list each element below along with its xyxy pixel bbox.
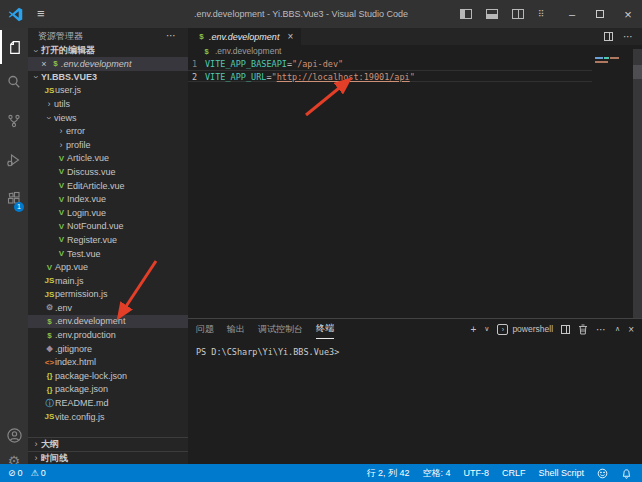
panel-tab-终端[interactable]: 终端 [316, 320, 334, 339]
panel-maximize-icon[interactable]: ∧ [615, 325, 620, 333]
status-item[interactable]: Shell Script [538, 468, 584, 478]
code-line-1[interactable]: 1VITE_APP_BASEAPI="/api-dev" [188, 58, 592, 70]
status-item[interactable]: 行 2, 列 42 [366, 467, 409, 480]
js-file-icon: JS [44, 290, 55, 299]
tab-close-icon[interactable]: × [287, 31, 293, 42]
customize-layout-icon[interactable]: ⠿ [538, 8, 551, 20]
vue-file-icon: V [56, 195, 67, 204]
tab-env-development[interactable]: $ .env.development × [188, 28, 301, 45]
code-text: VITE_APP_URL="http://localhost:19001/api… [205, 71, 415, 81]
status-item[interactable]: UTF-8 [463, 468, 489, 478]
panel-close-icon[interactable]: × [628, 324, 634, 335]
status-problems[interactable]: ⊘0⚠0 [0, 468, 46, 478]
status-item[interactable]: 空格: 4 [422, 467, 450, 480]
maximize-button[interactable] [586, 0, 614, 28]
tree-item-vite-config-js[interactable]: JSvite.config.js [28, 410, 188, 424]
explorer-sidebar: 资源管理器 ⋯ › 打开的编辑器 × $ .env.development › … [28, 28, 188, 464]
breadcrumb[interactable]: $ .env.development [188, 45, 642, 57]
toggle-panel-icon[interactable] [486, 9, 498, 19]
run-debug-icon[interactable] [0, 143, 28, 177]
tree-item-app-vue[interactable]: VApp.vue [28, 260, 188, 274]
code-area[interactable]: 1VITE_APP_BASEAPI="/api-dev"2VITE_APP_UR… [188, 57, 642, 318]
notifications-bell-icon[interactable] [621, 468, 632, 479]
tree-item--env[interactable]: ⚙.env [28, 301, 188, 315]
tree-item-label: Test.vue [67, 249, 101, 259]
close-button[interactable]: × [614, 0, 642, 28]
vue-file-icon: V [56, 222, 67, 231]
feedback-smiley-icon[interactable] [597, 468, 608, 479]
tree-item-label: NotFound.vue [67, 221, 124, 231]
html-file-icon: <> [44, 358, 55, 367]
tree-item-article-vue[interactable]: VArticle.vue [28, 152, 188, 166]
tree-item-utils[interactable]: ›utils [28, 97, 188, 111]
tree-item-notfound-vue[interactable]: VNotFound.vue [28, 220, 188, 234]
tree-item-discuss-vue[interactable]: VDiscuss.vue [28, 165, 188, 179]
tree-item-label: profile [66, 140, 91, 150]
code-line-2[interactable]: 2VITE_APP_URL="http://localhost:19001/ap… [188, 70, 592, 82]
timeline-section-header[interactable]: › 时间线 [28, 451, 188, 464]
tree-item-label: .env.development [55, 316, 125, 326]
menu-hamburger-icon[interactable]: ≡ [37, 0, 45, 28]
error-circle[interactable]: ⊘0 [8, 468, 23, 478]
terminal-dropdown-icon[interactable]: ∨ [484, 325, 489, 333]
tree-item-label: error [66, 126, 85, 136]
project-section-header[interactable]: › YI.BBS.VUE3 [28, 71, 188, 84]
tree-item-index-vue[interactable]: VIndex.vue [28, 192, 188, 206]
search-icon[interactable] [0, 65, 28, 99]
tree-item-index-html[interactable]: <>index.html [28, 355, 188, 369]
powershell-label[interactable]: powershell [512, 324, 553, 334]
minimap-slider[interactable] [633, 65, 642, 79]
extensions-icon[interactable]: 1 [0, 182, 28, 216]
source-control-icon[interactable] [0, 104, 28, 138]
toggle-sidebar-icon[interactable] [460, 9, 472, 19]
minimap-scrollbar[interactable] [633, 49, 642, 319]
outline-section-header[interactable]: › 大纲 [28, 437, 188, 450]
tree-item-label: vite.config.js [55, 412, 105, 422]
powershell-icon[interactable]: › [497, 324, 508, 335]
tree-item-permission-js[interactable]: JSpermission.js [28, 288, 188, 302]
panel-more-actions-icon[interactable]: ⋯ [596, 324, 607, 335]
panel-tab-调试控制台[interactable]: 调试控制台 [258, 319, 303, 339]
url-link[interactable]: http://localhost:19001/api [277, 72, 410, 82]
open-editor-item-env-development[interactable]: × $ .env.development [28, 57, 188, 71]
tree-item-main-js[interactable]: JSmain.js [28, 274, 188, 288]
tree-item--env-development[interactable]: $.env.development [28, 315, 188, 329]
tree-item-views[interactable]: ›views [28, 111, 188, 125]
tree-item-editarticle-vue[interactable]: VEditArticle.vue [28, 179, 188, 193]
tree-item-error[interactable]: ›error [28, 124, 188, 138]
tree-item--gitignore[interactable]: ◆.gitignore [28, 342, 188, 356]
panel-tab-输出[interactable]: 输出 [227, 319, 245, 339]
split-editor-icon[interactable] [604, 32, 613, 41]
tree-item-test-vue[interactable]: VTest.vue [28, 247, 188, 261]
explorer-icon[interactable] [0, 30, 28, 64]
vue-file-icon: V [56, 208, 67, 217]
status-item[interactable]: CRLF [502, 468, 526, 478]
chevron-right-icon: › [44, 99, 54, 109]
close-icon[interactable]: × [38, 59, 50, 69]
warning-triangle[interactable]: ⚠0 [31, 468, 46, 478]
tree-item-label: permission.js [55, 289, 108, 299]
tree-item-package-json[interactable]: {}package.json [28, 383, 188, 397]
panel-tab-问题[interactable]: 问题 [196, 319, 214, 339]
minimize-button[interactable]: – [558, 0, 586, 28]
open-editors-header[interactable]: › 打开的编辑器 [28, 44, 188, 57]
terminal-content[interactable]: PS D:\CSharp\Yi\Yi.BBS.Vue3> [188, 339, 642, 357]
new-terminal-icon[interactable]: + [470, 324, 476, 335]
breadcrumb-label: .env.development [215, 46, 281, 56]
title-bar: ≡ .env.development - Yi.BBS.Vue3 - Visua… [0, 0, 642, 28]
tree-item-register-vue[interactable]: VRegister.vue [28, 233, 188, 247]
toggle-secondary-sidebar-icon[interactable] [512, 9, 524, 19]
editor-more-actions-icon[interactable]: ⋯ [623, 31, 634, 42]
tree-item-user-js[interactable]: JSuser.js [28, 84, 188, 98]
tree-item--env-production[interactable]: $.env.production [28, 328, 188, 342]
tree-item-readme-md[interactable]: ⓘREADME.md [28, 396, 188, 410]
tree-item-profile[interactable]: ›profile [28, 138, 188, 152]
tree-item-login-vue[interactable]: VLogin.vue [28, 206, 188, 220]
explorer-more-actions-icon[interactable]: ⋯ [166, 28, 176, 44]
tree-item-package-lock-json[interactable]: {}package-lock.json [28, 369, 188, 383]
js-file-icon: JS [44, 276, 55, 285]
kill-terminal-trash-icon[interactable] [578, 324, 588, 335]
split-terminal-icon[interactable] [561, 325, 570, 334]
tree-item-label: .env [55, 303, 72, 313]
braces-file-icon: {} [44, 371, 55, 380]
